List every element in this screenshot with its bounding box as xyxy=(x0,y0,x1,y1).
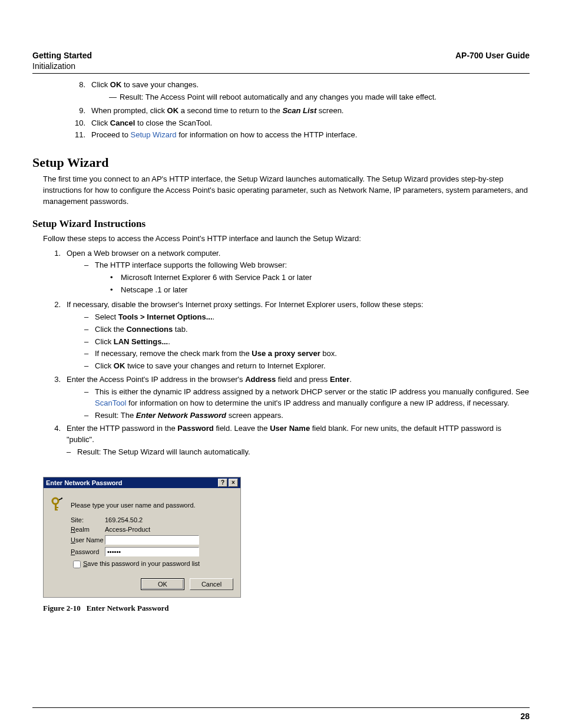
step-1-sub: – The HTTP interface supports the follow… xyxy=(84,260,530,297)
step-1: 1. Open a Web browser on a network compu… xyxy=(43,248,530,298)
header-section-title: Getting Started xyxy=(32,51,92,60)
figure-dialog-wrap: Enter Network Password ? × xyxy=(43,477,530,598)
dialog-titlebar: Enter Network Password ? × xyxy=(44,477,240,488)
dialog-prompt-row: Please type your user name and password. xyxy=(51,496,233,514)
step-text: When prompted, click OK a second time to… xyxy=(91,106,530,117)
instruction-list: 1. Open a Web browser on a network compu… xyxy=(43,248,530,459)
figure-number: Figure 2-10 xyxy=(43,604,81,612)
step-text: Enter the HTTP password in the Password … xyxy=(67,423,530,459)
step-3: 3. Enter the Access Point's IP address i… xyxy=(43,374,530,422)
dialog-prompt: Please type your user name and password. xyxy=(71,502,196,509)
realm-row: Realm Access-Product xyxy=(51,526,233,533)
step-number: 4. xyxy=(43,423,67,459)
figure-title: Enter Network Password xyxy=(87,604,169,612)
key-icon xyxy=(51,496,71,514)
step-text: If necessary, disable the browser's Inte… xyxy=(67,299,530,373)
step-number: 2. xyxy=(43,299,67,373)
step-2b: –Click the Connections tab. xyxy=(84,324,530,335)
page-number: 28 xyxy=(32,711,530,721)
step-2e: –Click OK twice to save your changes and… xyxy=(84,361,530,372)
step-8: 8. Click OK to save your changes. — Resu… xyxy=(68,80,530,104)
dialog-body: Please type your user name and password.… xyxy=(44,488,240,597)
svg-rect-2 xyxy=(55,507,58,508)
save-password-checkbox[interactable] xyxy=(73,561,81,568)
site-row: Site: 169.254.50.2 xyxy=(51,516,233,523)
svg-rect-3 xyxy=(55,509,58,510)
step-number: 1. xyxy=(43,248,67,298)
step-number: 11. xyxy=(68,130,91,141)
step-11: 11. Proceed to Setup Wizard for informat… xyxy=(68,130,530,141)
svg-point-0 xyxy=(52,498,58,504)
step-number: 8. xyxy=(68,80,91,104)
help-icon[interactable]: ? xyxy=(218,479,227,487)
header-left: Getting Started Initialization xyxy=(32,51,92,71)
page-header: Getting Started Initialization AP-700 Us… xyxy=(32,51,530,71)
step-9: 9. When prompted, click OK a second time… xyxy=(68,106,530,117)
cancel-button[interactable]: Cancel xyxy=(190,578,233,590)
step-number: 9. xyxy=(68,106,91,117)
password-input[interactable] xyxy=(105,547,199,556)
step-3a: –This is either the dynamic IP address a… xyxy=(84,387,530,409)
dialog-title: Enter Network Password xyxy=(46,479,217,486)
step-number: 10. xyxy=(68,118,91,129)
browser-bullet-1: • Microsoft Internet Explorer 6 with Ser… xyxy=(110,272,312,284)
close-icon[interactable]: × xyxy=(229,479,238,487)
ok-button[interactable]: OK xyxy=(141,578,184,590)
step-4: 4. Enter the HTTP password in the Passwo… xyxy=(43,423,530,459)
site-label: Site: xyxy=(71,516,105,523)
save-password-label: ave this password in your password list xyxy=(87,560,200,567)
page: Getting Started Initialization AP-700 Us… xyxy=(0,0,562,728)
intro-paragraph: The first time you connect to an AP's HT… xyxy=(43,174,530,207)
step-10: 10. Click Cancel to close the ScanTool. xyxy=(68,118,530,129)
step-2d: –If necessary, remove the check mark fro… xyxy=(84,348,530,360)
step-text: Click Cancel to close the ScanTool. xyxy=(91,118,530,129)
step-text: Enter the Access Point's IP address in t… xyxy=(67,374,530,422)
step-number: 3. xyxy=(43,374,67,422)
header-rule xyxy=(32,73,530,74)
step-4a: –Result: The Setup Wizard will launch au… xyxy=(67,447,530,458)
heading-setup-wizard: Setup Wizard xyxy=(32,155,530,170)
username-label: User Name xyxy=(71,536,105,543)
step-text: Proceed to Setup Wizard for information … xyxy=(91,130,530,141)
step-2: 2. If necessary, disable the browser's I… xyxy=(43,299,530,373)
username-row: User Name xyxy=(51,535,233,545)
step-3b: –Result: The Enter Network Password scre… xyxy=(84,410,530,421)
dialog-button-row: OK Cancel xyxy=(51,578,233,590)
password-row: Password xyxy=(51,547,233,556)
password-label: Password xyxy=(71,548,105,555)
instructions-intro: Follow these steps to access the Access … xyxy=(43,233,530,245)
setup-wizard-link[interactable]: Setup Wizard xyxy=(131,130,177,139)
step-text: Click OK to save your changes. — Result:… xyxy=(91,80,530,104)
step-8-result: — Result: The Access Point will reboot a… xyxy=(109,92,530,103)
site-value: 169.254.50.2 xyxy=(105,516,233,523)
username-input[interactable] xyxy=(105,535,199,545)
browser-bullet-2: • Netscape .1 or later xyxy=(110,285,312,296)
header-subsection: Initialization xyxy=(32,61,92,71)
enter-password-dialog: Enter Network Password ? × xyxy=(43,477,241,598)
realm-value: Access-Product xyxy=(105,526,233,533)
figure-caption: Figure 2-10Enter Network Password xyxy=(43,604,530,613)
step-text: Open a Web browser on a network computer… xyxy=(67,248,530,298)
step-2a: –Select Tools > Internet Options.... xyxy=(84,312,530,323)
scantool-link[interactable]: ScanTool xyxy=(95,398,126,407)
continued-step-list: 8. Click OK to save your changes. — Resu… xyxy=(68,80,530,141)
realm-label: Realm xyxy=(71,526,105,533)
heading-instructions: Setup Wizard Instructions xyxy=(32,218,530,230)
footer-rule xyxy=(32,707,530,708)
save-row: Save this password in your password list xyxy=(51,559,233,570)
step-2c: –Click LAN Settings.... xyxy=(84,337,530,348)
header-doc-title: AP-700 User Guide xyxy=(455,51,530,60)
